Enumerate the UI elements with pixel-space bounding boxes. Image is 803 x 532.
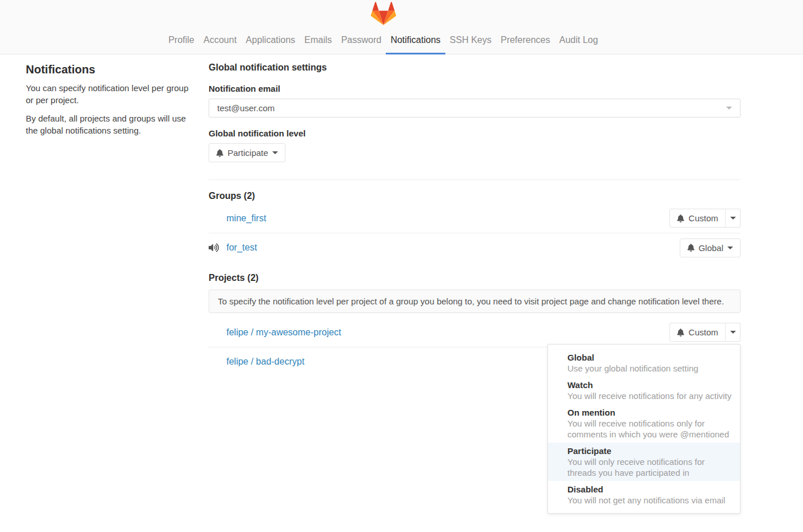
gitlab-logo-icon[interactable] xyxy=(371,2,396,25)
dropdown-item-global[interactable]: Global Use your global notification sett… xyxy=(548,349,740,377)
group-for-test-level-button[interactable]: Global xyxy=(680,238,741,257)
dropdown-item-description: Use your global notification setting xyxy=(567,363,733,374)
tab-ssh-keys[interactable]: SSH Keys xyxy=(445,28,496,54)
sidebar-description-1: You can specify notification level per g… xyxy=(26,82,189,106)
dropdown-item-description: You will receive notifications only for … xyxy=(567,418,733,440)
dropdown-item-title: Participate xyxy=(567,445,733,456)
group-row-mine-first: mine_first Custom xyxy=(209,204,741,233)
tab-password[interactable]: Password xyxy=(336,28,386,54)
notification-email-value: test@user.com xyxy=(217,103,275,113)
project-my-awesome-project-level-value: Custom xyxy=(688,327,718,337)
group-link-mine-first[interactable]: mine_first xyxy=(226,213,266,224)
bell-icon xyxy=(216,149,224,157)
notification-level-label: Global notification level xyxy=(209,128,741,138)
sidebar: Notifications You can specify notificati… xyxy=(26,54,189,376)
tab-profile[interactable]: Profile xyxy=(164,28,199,54)
notification-email-label: Notification email xyxy=(209,84,741,93)
global-notification-level-button[interactable]: Participate xyxy=(209,143,285,162)
dropdown-item-participate[interactable]: Participate You will only receive notifi… xyxy=(548,443,740,481)
volume-up-icon xyxy=(209,243,226,252)
tab-preferences[interactable]: Preferences xyxy=(496,28,554,54)
project-row-my-awesome-project: felipe / my-awesome-project Custom Globa… xyxy=(209,318,741,347)
page-title: Notifications xyxy=(26,63,189,76)
dropdown-item-watch[interactable]: Watch You will receive notifications for… xyxy=(548,377,740,404)
chevron-down-icon xyxy=(726,107,732,109)
projects-notice: To specify the notification level per pr… xyxy=(209,290,741,313)
dropdown-item-title: Disabled xyxy=(567,484,733,495)
caret-down-icon xyxy=(730,331,736,334)
dropdown-item-description: You will not get any notifications via e… xyxy=(567,495,733,506)
dropdown-item-disabled[interactable]: Disabled You will not get any notificati… xyxy=(548,481,740,508)
sidebar-description-2: By default, all projects and groups will… xyxy=(26,112,189,136)
groups-title: Groups (2) xyxy=(209,191,741,201)
dropdown-item-title: Watch xyxy=(567,380,733,390)
notification-level-dropdown: Global Use your global notification sett… xyxy=(547,344,741,514)
dropdown-item-title: On mention xyxy=(567,407,733,418)
dropdown-item-on-mention[interactable]: On mention You will receive notification… xyxy=(548,404,740,443)
caret-down-icon xyxy=(730,217,736,220)
group-mine-first-level-caret-button[interactable] xyxy=(725,209,741,228)
section-divider xyxy=(209,179,741,180)
tab-audit-log[interactable]: Audit Log xyxy=(555,28,603,54)
caret-down-icon xyxy=(272,151,278,154)
caret-down-icon xyxy=(727,247,733,249)
group-mine-first-level-button[interactable]: Custom xyxy=(669,209,726,228)
notification-email-select[interactable]: test@user.com xyxy=(209,99,741,118)
page-header: Profile Account Applications Emails Pass… xyxy=(0,0,803,54)
project-my-awesome-project-level-button[interactable]: Custom xyxy=(669,323,726,342)
bell-icon xyxy=(677,214,684,222)
global-settings-title: Global notification settings xyxy=(209,62,741,73)
group-link-for-test[interactable]: for_test xyxy=(226,242,257,253)
group-row-for-test: for_test Global xyxy=(209,233,741,262)
tab-notifications[interactable]: Notifications xyxy=(386,28,445,54)
global-notification-level-value: Participate xyxy=(228,148,268,158)
group-for-test-level-value: Global xyxy=(699,243,723,253)
bell-icon xyxy=(687,244,695,252)
projects-title: Projects (2) xyxy=(209,273,741,283)
project-link-my-awesome-project[interactable]: felipe / my-awesome-project xyxy=(226,327,341,338)
profile-settings-nav: Profile Account Applications Emails Pass… xyxy=(26,28,741,54)
tab-account[interactable]: Account xyxy=(199,28,241,54)
tab-applications[interactable]: Applications xyxy=(241,28,300,54)
dropdown-item-description: You will receive notifications for any a… xyxy=(567,390,733,401)
group-mine-first-level-value: Custom xyxy=(688,213,718,223)
dropdown-item-title: Global xyxy=(567,352,733,363)
bell-icon xyxy=(677,328,684,337)
project-link-bad-decrypt[interactable]: felipe / bad-decrypt xyxy=(226,357,304,367)
dropdown-item-description: You will only receive notifications for … xyxy=(567,456,733,478)
project-my-awesome-project-level-caret-button[interactable] xyxy=(725,323,741,342)
tab-emails[interactable]: Emails xyxy=(300,28,336,54)
